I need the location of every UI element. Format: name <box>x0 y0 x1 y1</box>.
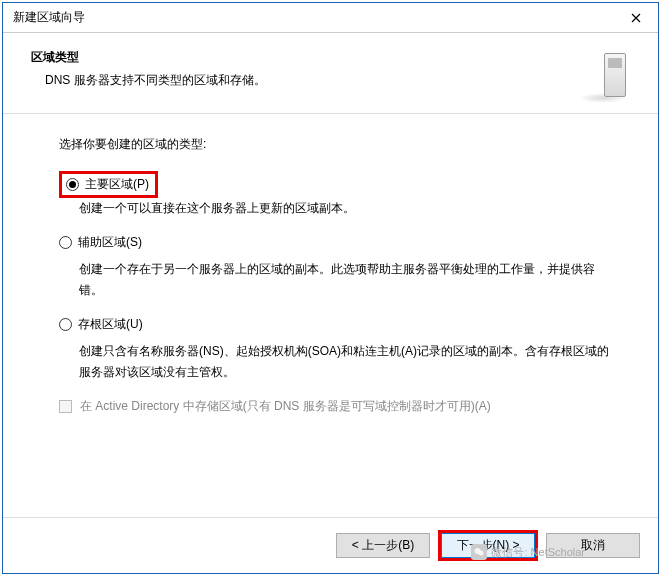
zone-type-prompt: 选择你要创建的区域的类型: <box>59 136 618 153</box>
highlight-primary: 主要区域(P) <box>59 171 158 198</box>
option-primary-label: 主要区域(P) <box>85 176 149 193</box>
radio-primary[interactable]: 主要区域(P) <box>62 176 149 193</box>
window-title: 新建区域向导 <box>13 9 85 26</box>
ad-storage-label: 在 Active Directory 中存储区域(只有 DNS 服务器是可写域控… <box>80 398 491 415</box>
radio-icon <box>59 318 72 331</box>
header-title: 区域类型 <box>31 49 586 66</box>
highlight-next: 下一步(N) > 微信号: NetScholar <box>438 530 538 561</box>
header-subtitle: DNS 服务器支持不同类型的区域和存储。 <box>45 72 586 89</box>
wizard-footer: < 上一步(B) 下一步(N) > 微信号: NetScholar 取消 <box>3 518 658 573</box>
next-button[interactable]: 下一步(N) > <box>441 533 535 558</box>
wizard-content: 选择你要创建的区域的类型: 主要区域(P) 创建一个可以直接在这个服务器上更新的… <box>3 114 658 517</box>
cancel-button[interactable]: 取消 <box>546 533 640 558</box>
header-text: 区域类型 DNS 服务器支持不同类型的区域和存储。 <box>31 49 586 89</box>
checkbox-icon <box>59 400 72 413</box>
wizard-window: 新建区域向导 区域类型 DNS 服务器支持不同类型的区域和存储。 选择你要创建的… <box>2 2 659 574</box>
close-button[interactable] <box>613 3 658 33</box>
option-secondary-label: 辅助区域(S) <box>78 234 142 251</box>
radio-secondary[interactable]: 辅助区域(S) <box>59 234 618 251</box>
option-primary-desc: 创建一个可以直接在这个服务器上更新的区域副本。 <box>79 198 618 218</box>
server-icon <box>586 49 634 101</box>
option-stub-desc: 创建只含有名称服务器(NS)、起始授权机构(SOA)和粘连主机(A)记录的区域的… <box>79 341 618 382</box>
option-stub-label: 存根区域(U) <box>78 316 143 333</box>
option-stub: 存根区域(U) 创建只含有名称服务器(NS)、起始授权机构(SOA)和粘连主机(… <box>59 316 618 382</box>
close-icon <box>631 13 641 23</box>
option-primary: 主要区域(P) 创建一个可以直接在这个服务器上更新的区域副本。 <box>59 171 618 218</box>
option-secondary: 辅助区域(S) 创建一个存在于另一个服务器上的区域的副本。此选项帮助主服务器平衡… <box>59 234 618 300</box>
titlebar: 新建区域向导 <box>3 3 658 33</box>
wizard-header: 区域类型 DNS 服务器支持不同类型的区域和存储。 <box>3 33 658 113</box>
radio-icon <box>66 178 79 191</box>
back-button[interactable]: < 上一步(B) <box>336 533 430 558</box>
option-secondary-desc: 创建一个存在于另一个服务器上的区域的副本。此选项帮助主服务器平衡处理的工作量，并… <box>79 259 618 300</box>
radio-icon <box>59 236 72 249</box>
radio-stub[interactable]: 存根区域(U) <box>59 316 618 333</box>
ad-storage-checkbox: 在 Active Directory 中存储区域(只有 DNS 服务器是可写域控… <box>59 398 618 415</box>
